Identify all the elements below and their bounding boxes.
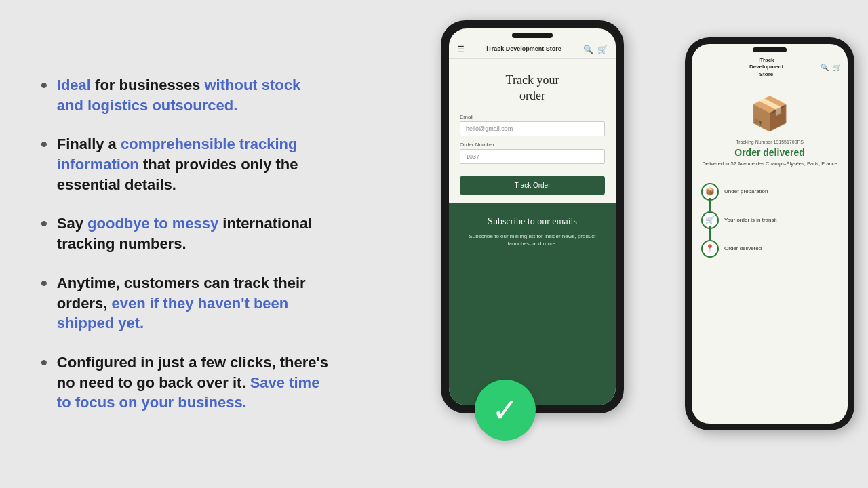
timeline-item-3: 📍 Order delivered (701, 235, 838, 263)
bullet-text-2: Finally a comprehensible trackinginforma… (57, 134, 298, 195)
order-status: Order delivered (692, 147, 848, 161)
search-icon-front: 🔍 (821, 64, 829, 71)
phone-front-screen: iTrackDevelopmentStore 🔍 🛒 📦 Tracking Nu… (692, 44, 848, 424)
phone-back-screen: ☰ iTrack Development Store 🔍 🛒 Track you… (449, 28, 616, 405)
timeline-item-2: 🛒 Your order is in transit (701, 206, 838, 235)
notch-back (512, 33, 553, 38)
timeline-icon-1: 📦 (701, 183, 719, 201)
order-number-form-group: Order Number 1037 (460, 142, 605, 164)
timeline-label-2: Your order is in transit (724, 217, 777, 223)
check-badge: ✓ (475, 380, 536, 441)
nav-icons-front: 🔍 🛒 (821, 64, 841, 71)
package-icon: 📦 (692, 81, 848, 140)
tracking-number: Tracking Number 131551708PS (692, 140, 848, 147)
bullet-dot-1: • (41, 75, 47, 96)
subscribe-title: Subscribe to our emails (460, 216, 605, 227)
nav-icons-back: 🔍 🛒 (583, 45, 608, 54)
email-label: Email (460, 114, 605, 120)
cart-icon-back: 🛒 (597, 45, 608, 54)
track-order-button[interactable]: Track Order (460, 176, 605, 195)
subscribe-section: Subscribe to our emails Subscribe to our… (449, 203, 616, 405)
order-number-input[interactable]: 1037 (460, 149, 605, 164)
bullet-dot-3: • (41, 214, 47, 235)
phone-mockups: ☰ iTrack Development Store 🔍 🛒 Track you… (434, 0, 868, 488)
track-title: Track yourorder (460, 73, 605, 104)
track-section: Track yourorder Email hello@gmail.com Or… (449, 59, 616, 203)
highlight-goodbye: goodbye to messy (87, 215, 218, 232)
store-name-front: iTrackDevelopmentStore (749, 57, 783, 78)
bullet-item-4: • Anytime, customers can track theirorde… (41, 273, 393, 333)
bullet-dot-4: • (41, 273, 47, 294)
phone-back: ☰ iTrack Development Store 🔍 🛒 Track you… (441, 20, 624, 413)
bullet-item-2: • Finally a comprehensible trackinginfor… (41, 134, 393, 195)
order-number-label: Order Number (460, 142, 605, 148)
bullet-item-1: • Ideal for businesses without stockand … (41, 75, 393, 115)
bullet-item-3: • Say goodbye to messy internationaltrac… (41, 214, 393, 253)
bullet-dot-2: • (41, 134, 47, 155)
email-form-group: Email hello@gmail.com (460, 114, 605, 136)
bullet-text-1: Ideal for businesses without stockand lo… (57, 75, 300, 115)
bullet-text-3: Say goodbye to messy internationaltracki… (57, 214, 313, 253)
timeline-label-3: Order delivered (724, 245, 762, 251)
timeline-icon-2: 🛒 (701, 211, 719, 229)
store-name-back: iTrack Development Store (486, 45, 561, 54)
timeline-label-1: Under preparation (724, 188, 768, 195)
bullet-item-5: • Configured in just a few clicks, there… (41, 352, 393, 413)
cart-icon-front: 🛒 (833, 64, 841, 71)
timeline-icon-3: 📍 (701, 240, 719, 258)
menu-icon: ☰ (457, 45, 465, 54)
bullet-text-4: Anytime, customers can track theirorders… (57, 273, 306, 333)
phone-front: iTrackDevelopmentStore 🔍 🛒 📦 Tracking Nu… (685, 37, 854, 430)
features-list: • Ideal for businesses without stockand … (0, 41, 434, 447)
bullet-text-5: Configured in just a few clicks, there's… (57, 352, 328, 413)
nav-bar-front: iTrackDevelopmentStore 🔍 🛒 (692, 54, 848, 81)
bullet-dot-5: • (41, 352, 47, 373)
timeline-item-1: 📦 Under preparation (701, 178, 838, 206)
subscribe-text: Subscribe to our mailing list for inside… (460, 232, 605, 247)
nav-bar-back: ☰ iTrack Development Store 🔍 🛒 (449, 41, 616, 59)
search-icon-back: 🔍 (583, 45, 593, 54)
email-input[interactable]: hello@gmail.com (460, 121, 605, 136)
order-timeline: 📦 Under preparation 🛒 Your order is in t… (692, 178, 848, 424)
notch-front (753, 47, 787, 52)
delivery-address: Delivered to 52 Avenue des Champs-Élysée… (692, 161, 848, 178)
highlight-ideal: Ideal (57, 77, 91, 94)
